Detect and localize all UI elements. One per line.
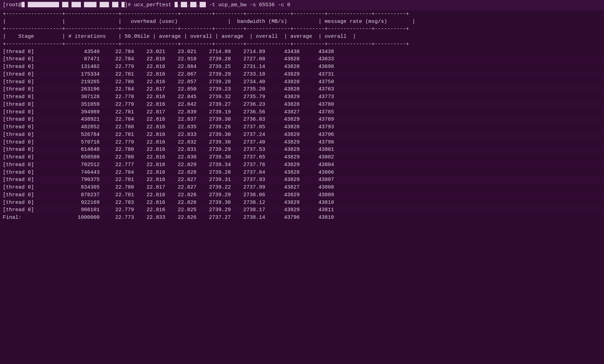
table-row: [thread 0] 570716 22.779 22.816 22.832 2…: [0, 139, 604, 146]
separator-mid1: +------------------+-----------------+--…: [0, 25, 604, 33]
table-row: [thread 0] 263196 22.784 22.817 22.850 2…: [0, 86, 604, 93]
table-row: [thread 0] 307128 22.778 22.816 22.845 2…: [0, 93, 604, 101]
table-row: [thread 0] 658580 22.780 22.816 22.830 2…: [0, 154, 604, 161]
command-line: [root@█ ██████████ ██ ███ ████ ███ ██ █]…: [0, 0, 604, 10]
header-columns: | Stage | # iterations | 50.0%ile | aver…: [0, 33, 604, 41]
table-row: [thread 0] 702512 22.777 22.816 22.829 2…: [0, 161, 604, 169]
final-row: Final: 1000000 22.773 22.833 22.826 2737…: [0, 214, 604, 222]
table-row: [thread 0] 219265 22.786 22.816 22.857 2…: [0, 78, 604, 86]
table-row: [thread 0] 438921 22.784 22.816 22.837 2…: [0, 116, 604, 123]
table-row: [thread 0] 878237 22.781 22.816 22.826 2…: [0, 191, 604, 199]
table-row: [thread 0] 834305 22.780 22.817 22.827 2…: [0, 184, 604, 191]
data-rows-container: [thread 0] 43540 22.784 23.021 23.021 27…: [0, 48, 604, 214]
table-row: [thread 0] 175334 22.781 22.816 22.867 2…: [0, 71, 604, 78]
table-row: [thread 0] 351059 22.779 22.816 22.842 2…: [0, 101, 604, 109]
table-row: [thread 0] 43540 22.784 23.021 23.021 27…: [0, 48, 604, 56]
table-row: [thread 0] 614648 22.780 22.816 22.831 2…: [0, 146, 604, 154]
table-row: [thread 0] 966101 22.779 22.816 22.825 2…: [0, 206, 604, 214]
table-row: [thread 0] 87471 22.784 22.816 22.918 27…: [0, 55, 604, 63]
table-row: [thread 0] 746443 22.784 22.816 22.828 2…: [0, 169, 604, 176]
table-row: [thread 0] 526784 22.781 22.816 22.833 2…: [0, 131, 604, 139]
separator-mid2: +------------------+-----------------+--…: [0, 41, 604, 48]
table-row: [thread 0] 394989 22.781 22.817 22.839 2…: [0, 109, 604, 116]
table-row: [thread 0] 482852 22.780 22.816 22.835 2…: [0, 123, 604, 131]
terminal: [root@█ ██████████ ██ ███ ████ ███ ██ █]…: [0, 0, 604, 364]
header-group-labels: | | | overhead (usec) | bandwidth (MB/s)…: [0, 18, 604, 26]
table-row: [thread 0] 922169 22.783 22.816 22.826 2…: [0, 199, 604, 207]
separator-top: +------------------+-----------------+--…: [0, 10, 604, 18]
table-row: [thread 0] 790375 22.781 22.816 22.827 2…: [0, 176, 604, 184]
table-row: [thread 0] 131402 22.779 22.816 22.884 2…: [0, 63, 604, 71]
